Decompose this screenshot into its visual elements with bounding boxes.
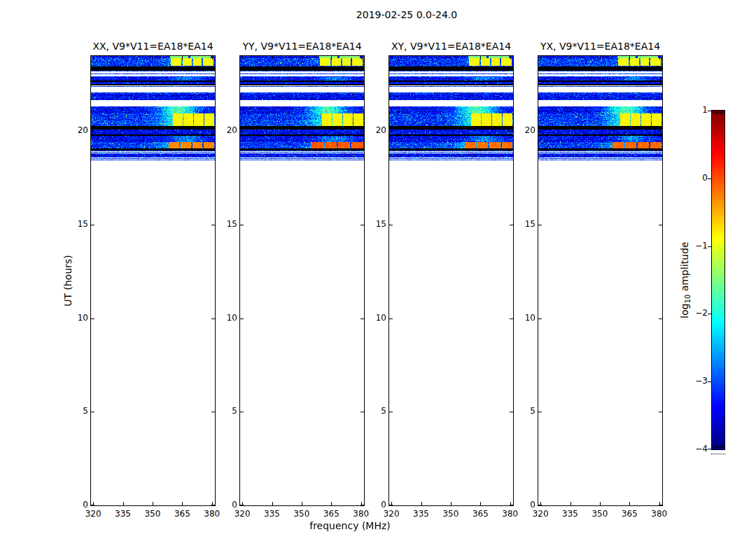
spectrogram-canvas-yy xyxy=(240,56,364,505)
x-tick-label: 380 xyxy=(502,509,518,519)
x-tick-label: 335 xyxy=(413,509,429,519)
y-tick-label: 20 xyxy=(358,125,386,136)
x-tick-label: 335 xyxy=(562,509,578,519)
spectrogram-canvas-xy xyxy=(389,56,513,505)
y-tick-label: 20 xyxy=(507,125,536,136)
x-tick-label: 365 xyxy=(323,509,340,519)
y-tick-label: 15 xyxy=(209,219,237,230)
y-tick-label: 10 xyxy=(209,313,237,323)
colorbar-minor-tick xyxy=(720,111,720,114)
y-tick-label: 0 xyxy=(60,500,88,510)
y-tick-label: 10 xyxy=(358,313,386,323)
colorbar-minor-tick xyxy=(718,445,718,448)
y-tick-label: 0 xyxy=(358,500,386,510)
colorbar-tick-mark xyxy=(708,314,712,314)
colorbar-minor-tick xyxy=(721,445,722,448)
y-tick-label: 0 xyxy=(507,500,536,510)
x-tick-label: 365 xyxy=(472,509,489,519)
x-tick-label: 350 xyxy=(592,509,608,519)
x-tick-label: 380 xyxy=(353,509,369,519)
y-tick-label: 0 xyxy=(209,500,237,510)
panel-title-yx: YX, V9*V11=EA18*EA14 xyxy=(540,41,660,52)
colorbar-minor-tick xyxy=(715,111,715,114)
panel-title-xx: XX, V9*V11=EA18*EA14 xyxy=(92,41,213,52)
colorbar-dotted-line xyxy=(711,454,725,454)
y-tick-label: 5 xyxy=(358,406,386,416)
figure-window: 2019-02-25 0.0-24.0 XX, V9*V11=EA18*EA14… xyxy=(0,0,735,560)
y-tick-label: 20 xyxy=(60,125,88,136)
y-tick-label: 5 xyxy=(60,406,88,416)
x-tick-label: 350 xyxy=(442,509,458,519)
colorbar xyxy=(711,110,725,450)
colorbar-minor-tick xyxy=(716,445,717,448)
colorbar-tick-mark xyxy=(708,246,712,247)
colorbar-label: log10 amplitude xyxy=(679,241,692,318)
colorbar-tick-label: 1 xyxy=(680,105,708,115)
y-axis-label: UT (hours) xyxy=(62,255,74,307)
plot-area-xy xyxy=(388,55,514,506)
colorbar-tick-label: 0 xyxy=(680,173,708,183)
x-tick-label: 320 xyxy=(85,509,102,519)
x-tick-label: 380 xyxy=(651,509,667,519)
colorbar-tick-mark xyxy=(708,382,712,382)
colorbar-tick-mark xyxy=(708,449,712,449)
plot-area-yy xyxy=(239,55,365,506)
colorbar-minor-tick xyxy=(713,445,714,448)
y-tick-label: 5 xyxy=(209,406,237,416)
colorbar-minor-tick xyxy=(720,445,720,448)
colorbar-minor-tick xyxy=(715,445,715,448)
y-tick-label: 5 xyxy=(507,406,536,416)
plot-area-xx xyxy=(90,55,216,506)
colorbar-minor-tick xyxy=(722,111,723,114)
x-axis-label: frequency (MHz) xyxy=(309,520,391,531)
colorbar-tick-label: −3 xyxy=(680,376,708,386)
y-tick-label: 10 xyxy=(60,313,88,323)
y-tick-label: 10 xyxy=(507,313,536,323)
x-tick-label: 380 xyxy=(204,509,220,519)
colorbar-tick-mark xyxy=(708,111,712,111)
colorbar-label-sub: 10 xyxy=(684,295,692,304)
colorbar-minor-tick xyxy=(722,445,723,448)
x-tick-label: 365 xyxy=(622,509,638,519)
plot-area-yx xyxy=(538,55,663,506)
y-tick-label: 15 xyxy=(60,219,88,230)
x-tick-label: 350 xyxy=(144,509,160,519)
colorbar-minor-tick xyxy=(713,111,714,114)
spectrogram-canvas-xx xyxy=(91,56,215,505)
x-tick-label: 320 xyxy=(234,509,251,519)
x-tick-label: 335 xyxy=(264,509,280,519)
x-tick-label: 365 xyxy=(174,509,190,519)
colorbar-label-suffix: amplitude xyxy=(679,241,690,294)
colorbar-minor-tick xyxy=(716,111,717,114)
colorbar-minor-tick xyxy=(718,111,718,114)
x-tick-label: 320 xyxy=(384,509,400,519)
x-tick-label: 335 xyxy=(115,509,131,519)
spectrogram-canvas-yx xyxy=(538,56,662,505)
x-tick-label: 320 xyxy=(533,509,549,519)
colorbar-minor-tick xyxy=(721,111,722,114)
colorbar-label-prefix: log xyxy=(679,303,690,318)
y-tick-label: 20 xyxy=(209,125,237,136)
panel-title-xy: XY, V9*V11=EA18*EA14 xyxy=(391,41,511,52)
y-tick-label: 15 xyxy=(507,219,536,230)
x-tick-label: 350 xyxy=(293,509,309,519)
colorbar-tick-mark xyxy=(708,178,712,179)
y-tick-label: 15 xyxy=(358,219,386,230)
panel-title-yy: YY, V9*V11=EA18*EA14 xyxy=(242,41,361,52)
figure-title: 2019-02-25 0.0-24.0 xyxy=(356,9,457,20)
colorbar-tick-label: −4 xyxy=(680,444,708,454)
